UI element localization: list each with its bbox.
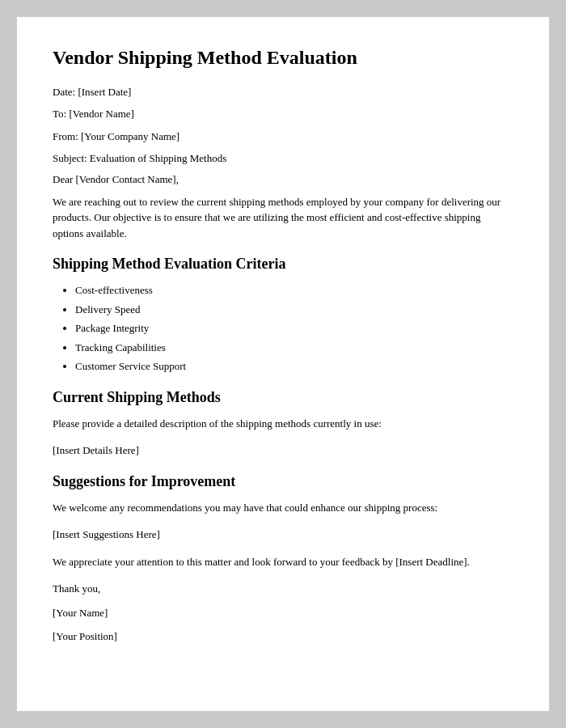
list-item: Delivery Speed [75,302,513,318]
meta-from: From: [Your Company Name] [53,129,513,145]
section3-description: We welcome any recommendations you may h… [53,500,513,516]
section3-heading: Suggestions for Improvement [53,473,513,490]
sign-off-thank-you: Thank you, [53,581,513,597]
intro-paragraph: We are reaching out to review the curren… [53,194,513,242]
document-title: Vendor Shipping Method Evaluation [53,46,513,70]
meta-date: Date: [Insert Date] [53,84,513,100]
meta-to: To: [Vendor Name] [53,106,513,122]
greeting-line: Dear [Vendor Contact Name], [53,173,513,186]
section1-heading: Shipping Method Evaluation Criteria [53,256,513,273]
meta-subject: Subject: Evaluation of Shipping Methods [53,150,513,167]
section2-description: Please provide a detailed description of… [53,416,513,432]
list-item: Cost-effectiveness [75,282,513,298]
list-item: Package Integrity [75,320,513,336]
sign-off-position: [Your Position] [53,629,513,645]
list-item: Customer Service Support [75,358,513,375]
section2-heading: Current Shipping Methods [53,389,513,406]
section3-placeholder: [Insert Suggestions Here] [53,527,513,543]
section2-placeholder: [Insert Details Here] [53,442,513,459]
closing-paragraph: We appreciate your attention to this mat… [53,554,513,570]
sign-off-name: [Your Name] [53,605,513,621]
document-container: Vendor Shipping Method Evaluation Date: … [16,16,550,712]
criteria-list: Cost-effectiveness Delivery Speed Packag… [53,282,513,375]
list-item: Tracking Capabilities [75,340,513,356]
